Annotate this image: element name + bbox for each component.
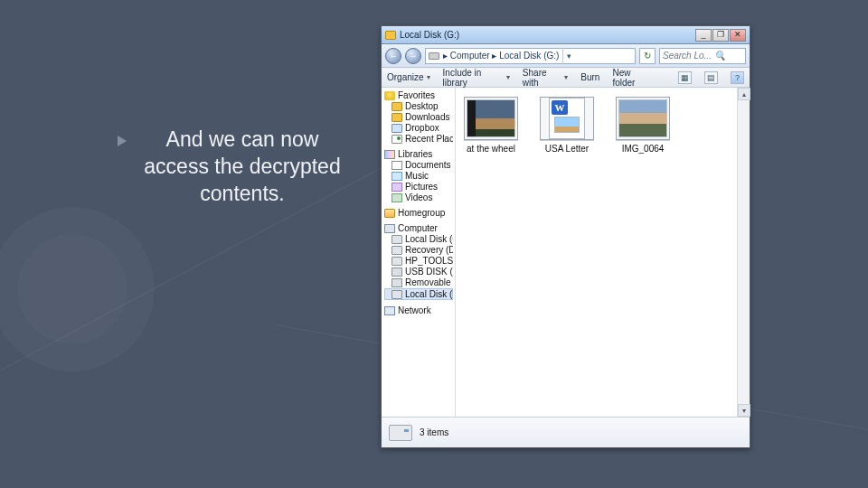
new-folder-button[interactable]: New folder	[612, 68, 652, 88]
file-item[interactable]: at the wheel	[463, 97, 519, 154]
search-input[interactable]: Search Lo... 🔍	[659, 48, 746, 64]
vertical-scrollbar[interactable]: ▴ ▾	[737, 88, 750, 417]
file-name: at the wheel	[467, 144, 515, 154]
image-thumbnail	[616, 97, 670, 140]
nav-item-videos[interactable]: Videos	[384, 192, 453, 202]
word-doc-thumbnail: W	[540, 97, 594, 140]
drive-icon	[392, 235, 402, 244]
nav-computer-group: Computer Local Disk (C:) Recovery (D:) H…	[384, 223, 453, 300]
recent-icon	[392, 135, 402, 144]
minimize-button[interactable]: _	[695, 29, 712, 42]
nav-item-dropbox[interactable]: Dropbox	[384, 123, 453, 133]
share-with-menu[interactable]: Share with ▾	[523, 68, 568, 88]
command-bar: Organize ▾ Include in library ▾ Share wi…	[382, 68, 750, 88]
slide-caption: And we can now access the decrypted cont…	[134, 127, 351, 208]
nav-libraries-header[interactable]: Libraries	[384, 149, 453, 159]
computer-icon	[384, 224, 395, 233]
dropbox-icon	[392, 124, 402, 133]
change-view-button[interactable]: ▦	[678, 71, 692, 84]
nav-item-local-disk-g[interactable]: Local Disk (G:)	[384, 288, 453, 300]
back-button[interactable]: ←	[385, 48, 401, 64]
refresh-button[interactable]: ↻	[639, 48, 656, 64]
chevron-down-icon: ▾	[427, 73, 430, 81]
nav-item-pictures[interactable]: Pictures	[384, 182, 453, 192]
file-item[interactable]: IMG_0064	[615, 97, 671, 154]
nav-favorites-group: Favorites Desktop Downloads Dropbox Rece…	[384, 90, 453, 144]
breadcrumb-path[interactable]: ▸ Computer ▸ Local Disk (G:)	[443, 51, 559, 61]
pictures-icon	[392, 183, 402, 192]
music-icon	[392, 172, 402, 181]
folder-icon	[392, 113, 402, 122]
folder-icon	[392, 102, 402, 111]
window-title: Local Disk (G:)	[400, 30, 692, 40]
titlebar[interactable]: Local Disk (G:) _ ❐ ✕	[382, 26, 750, 44]
explorer-body: Favorites Desktop Downloads Dropbox Rece…	[382, 88, 750, 417]
status-text: 3 items	[420, 427, 448, 437]
breadcrumb[interactable]: ▸ Computer ▸ Local Disk (G:) ▾	[425, 48, 636, 64]
star-icon	[384, 91, 395, 100]
titlebar-folder-icon	[385, 31, 396, 40]
nav-item-desktop[interactable]: Desktop	[384, 101, 453, 111]
word-icon: W	[552, 100, 568, 115]
nav-item-recent-places[interactable]: Recent Places	[384, 134, 453, 144]
file-list[interactable]: at the wheel W USA Letter IMG_0064	[456, 88, 750, 417]
nav-item-hp-tools-e[interactable]: HP_TOOLS (E:)	[384, 256, 453, 266]
file-name: IMG_0064	[622, 144, 665, 154]
file-item[interactable]: W USA Letter	[539, 97, 595, 154]
organize-menu[interactable]: Organize ▾	[387, 72, 430, 82]
preview-pane-button[interactable]: ▤	[704, 71, 718, 84]
drive-icon	[392, 290, 402, 299]
usb-icon	[392, 267, 402, 277]
chevron-down-icon: ▾	[564, 73, 568, 81]
navigation-pane[interactable]: Favorites Desktop Downloads Dropbox Rece…	[382, 88, 456, 417]
drive-icon	[429, 52, 439, 60]
nav-computer-header[interactable]: Computer	[384, 223, 453, 233]
close-button[interactable]: ✕	[730, 29, 746, 42]
bullet-icon	[118, 136, 127, 146]
nav-item-recovery-d[interactable]: Recovery (D:)	[384, 245, 453, 255]
status-bar: 3 items	[382, 417, 750, 447]
file-name: USA Letter	[545, 144, 589, 154]
nav-network-group: Network	[384, 305, 453, 315]
drive-icon	[392, 257, 402, 266]
forward-button[interactable]: →	[405, 48, 421, 64]
homegroup-icon	[384, 209, 395, 218]
chevron-down-icon: ▾	[506, 73, 510, 81]
nav-favorites-header[interactable]: Favorites	[384, 90, 453, 100]
nav-network-header[interactable]: Network	[384, 305, 453, 315]
maximize-button[interactable]: ❐	[712, 29, 729, 42]
nav-homegroup-header[interactable]: Homegroup	[384, 208, 453, 218]
nav-libraries-group: Libraries Documents Music Pictures Video…	[384, 149, 453, 202]
search-placeholder: Search Lo...	[663, 51, 712, 61]
drive-icon	[389, 425, 412, 441]
include-in-library-menu[interactable]: Include in library ▾	[443, 68, 510, 88]
help-button[interactable]: ?	[731, 71, 744, 84]
address-bar: ← → ▸ Computer ▸ Local Disk (G:) ▾ ↻ Sea…	[382, 44, 750, 68]
drive-icon	[392, 246, 402, 255]
nav-item-local-disk-c[interactable]: Local Disk (C:)	[384, 234, 453, 244]
explorer-window: Local Disk (G:) _ ❐ ✕ ← → ▸ Computer ▸ L…	[381, 25, 750, 448]
nav-item-music[interactable]: Music	[384, 171, 453, 181]
nav-item-usb-disk-g[interactable]: USB DISK (G:)	[384, 267, 453, 277]
libraries-icon	[384, 150, 395, 159]
nav-item-removable[interactable]: Removable Di...	[384, 277, 453, 287]
burn-button[interactable]: Burn	[580, 72, 599, 82]
breadcrumb-dropdown[interactable]: ▾	[562, 48, 575, 64]
usb-icon	[392, 278, 402, 287]
scroll-down-button[interactable]: ▾	[738, 404, 750, 417]
search-icon[interactable]: 🔍	[714, 51, 725, 61]
network-icon	[384, 306, 395, 315]
videos-icon	[392, 193, 402, 202]
nav-homegroup-group: Homegroup	[384, 208, 453, 218]
documents-icon	[392, 161, 402, 170]
image-thumbnail	[464, 97, 518, 140]
nav-item-documents[interactable]: Documents	[384, 160, 453, 170]
nav-item-downloads[interactable]: Downloads	[384, 112, 453, 122]
scroll-up-button[interactable]: ▴	[738, 88, 750, 100]
